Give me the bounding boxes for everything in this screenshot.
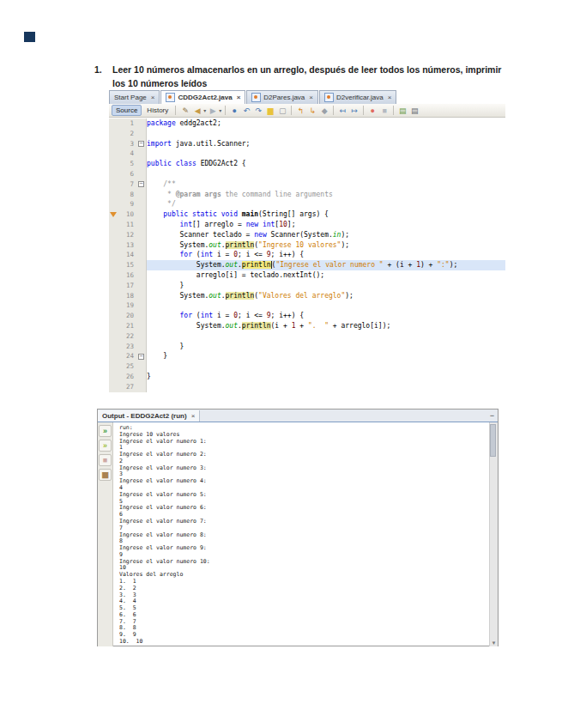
code-text: System.out.println("Valores del arreglo"… bbox=[147, 291, 505, 301]
code-line[interactable]: 13System.out.println("Ingrese 10 valores… bbox=[109, 240, 505, 251]
code-token: (i + bbox=[271, 322, 292, 330]
rectangular-selection-icon[interactable]: ▢ bbox=[277, 106, 287, 116]
java-file-icon bbox=[166, 93, 175, 102]
close-icon[interactable]: × bbox=[237, 94, 241, 101]
code-text: */ bbox=[147, 199, 505, 209]
toggle-highlight-icon[interactable]: ▆ bbox=[265, 106, 275, 116]
code-editor[interactable]: 1package eddg2act2;23−import java.util.S… bbox=[109, 118, 505, 392]
code-line[interactable]: 23} bbox=[109, 342, 505, 352]
minimize-window-icon[interactable]: − bbox=[490, 411, 494, 420]
tab-d2verificar-java[interactable]: D2verificar.java × bbox=[319, 90, 396, 104]
code-text bbox=[147, 382, 505, 392]
output-tab-label: Output - EDDG2Act2 (run) bbox=[102, 412, 187, 420]
shift-left-icon[interactable]: ↤ bbox=[337, 106, 347, 116]
code-fold-icon[interactable]: − bbox=[138, 141, 144, 147]
close-icon[interactable]: × bbox=[309, 94, 313, 101]
code-token: "Valores del arreglo" bbox=[258, 292, 345, 300]
code-line[interactable]: 17} bbox=[109, 281, 505, 291]
code-token: ; i <= bbox=[238, 312, 267, 319]
output-tab[interactable]: Output - EDDG2Act2 (run) × bbox=[98, 410, 200, 422]
close-icon[interactable]: × bbox=[191, 412, 196, 420]
code-fold-icon[interactable]: − bbox=[138, 181, 144, 187]
code-line[interactable]: 15System.out.println("Ingrese el valor n… bbox=[109, 260, 505, 270]
code-line[interactable]: 27 bbox=[109, 382, 505, 392]
code-token: in bbox=[333, 231, 341, 239]
glyph-margin bbox=[109, 342, 118, 352]
code-line[interactable]: 1package eddg2act2; bbox=[109, 118, 505, 129]
tab-d2pares-java[interactable]: D2Pares.java × bbox=[246, 90, 318, 104]
last-edit-icon[interactable]: ✎ bbox=[180, 106, 190, 116]
find-previous-occurrence-icon[interactable]: ↶ bbox=[241, 106, 251, 116]
code-line[interactable]: 2 bbox=[109, 129, 505, 139]
forward-icon-dropdown[interactable]: ▾ bbox=[219, 107, 221, 113]
output-line: Ingrese el valor numero 3: bbox=[119, 465, 487, 472]
line-number: 18 bbox=[118, 291, 136, 301]
code-line[interactable]: 22 bbox=[109, 331, 505, 342]
stop-run-icon[interactable]: ■ bbox=[99, 454, 112, 466]
code-line[interactable]: 8 * @param args the command line argumen… bbox=[109, 190, 505, 200]
code-token: println bbox=[226, 292, 255, 300]
toggle-bookmark-icon[interactable]: ◆ bbox=[319, 106, 329, 116]
scrollbar-thumb[interactable] bbox=[490, 424, 496, 457]
code-token: System. bbox=[196, 261, 226, 269]
code-line[interactable]: 18System.out.println("Valores del arregl… bbox=[109, 291, 505, 301]
code-text: /** bbox=[147, 179, 505, 190]
toolbar-separator bbox=[363, 106, 364, 115]
next-bookmark-icon[interactable]: ↳ bbox=[307, 106, 317, 116]
output-line: 8. 8 bbox=[119, 625, 487, 632]
code-line[interactable]: 20for (int i = 0; i <= 9; i++) { bbox=[109, 311, 505, 321]
previous-bookmark-icon[interactable]: ↰ bbox=[295, 106, 305, 116]
code-fold-icon[interactable]: − bbox=[138, 354, 144, 360]
code-line[interactable]: 26} bbox=[109, 372, 505, 382]
code-token: import bbox=[147, 140, 176, 148]
code-line[interactable]: 4 bbox=[109, 149, 505, 159]
fold-margin bbox=[136, 311, 147, 321]
forward-icon[interactable]: ▶ bbox=[208, 106, 218, 116]
scroll-down-icon[interactable]: ▼ bbox=[492, 640, 497, 646]
code-line[interactable]: 14for (int i = 0; i <= 9; i++) { bbox=[109, 250, 505, 260]
start-macro-recording-icon[interactable]: ● bbox=[367, 106, 378, 116]
back-icon[interactable]: ◀ bbox=[192, 106, 202, 116]
warning-triangle-icon bbox=[110, 212, 117, 217]
tab-cddg2act2-java[interactable]: CDDG2Act2.java × bbox=[160, 90, 245, 104]
code-line[interactable]: 21System.out.println(i + 1 + ". " + arre… bbox=[109, 321, 505, 331]
code-token: + (i + bbox=[384, 261, 417, 269]
code-text bbox=[147, 169, 505, 179]
corner-mark bbox=[24, 32, 35, 42]
comment-icon[interactable]: ▤ bbox=[397, 106, 408, 116]
code-line[interactable]: 10public static void main(String[] args)… bbox=[109, 209, 505, 220]
line-number: 5 bbox=[118, 159, 136, 169]
find-next-occurrence-icon[interactable]: ↷ bbox=[253, 106, 263, 116]
tab-start-page[interactable]: Start Page × bbox=[109, 90, 160, 104]
output-settings-icon[interactable]: ▦ bbox=[99, 469, 112, 481]
code-line[interactable]: 25 bbox=[109, 361, 505, 372]
rerun-icon[interactable]: » bbox=[99, 425, 112, 437]
stop-macro-recording-icon[interactable]: ■ bbox=[379, 106, 390, 116]
history-view-button[interactable]: History bbox=[144, 106, 171, 114]
line-number: 27 bbox=[118, 382, 136, 392]
back-icon-dropdown[interactable]: ▾ bbox=[203, 107, 206, 113]
code-line[interactable]: 9 */ bbox=[109, 199, 505, 209]
source-view-button[interactable]: Source bbox=[112, 105, 142, 116]
code-token: new int bbox=[246, 221, 275, 228]
code-line[interactable]: 5public class EDDG2Act2 { bbox=[109, 159, 505, 169]
output-console[interactable]: run:Ingrese 10 valoresIngrese el valor n… bbox=[113, 422, 489, 646]
line-number: 6 bbox=[118, 169, 136, 179]
uncomment-icon[interactable]: ▤ bbox=[409, 106, 420, 116]
find-selection-icon[interactable]: ● bbox=[229, 106, 239, 116]
close-icon[interactable]: × bbox=[151, 94, 155, 101]
code-line[interactable]: 19 bbox=[109, 300, 505, 311]
code-line[interactable]: 7−/** bbox=[109, 179, 505, 190]
shift-right-icon[interactable]: ↦ bbox=[349, 106, 360, 116]
code-line[interactable]: 12Scanner teclado = new Scanner(System.i… bbox=[109, 230, 505, 240]
output-line: Ingrese el valor numero 6: bbox=[119, 505, 487, 512]
rerun-debug-icon[interactable]: » bbox=[99, 440, 112, 452]
code-line[interactable]: 24−} bbox=[109, 351, 505, 361]
code-line[interactable]: 16arreglo[i] = teclado.nextInt(); bbox=[109, 270, 505, 281]
code-token: ]; bbox=[287, 221, 296, 228]
code-line[interactable]: 11int[] arreglo = new int[10]; bbox=[109, 220, 505, 230]
code-line[interactable]: 3−import java.util.Scanner; bbox=[109, 139, 505, 149]
fold-margin bbox=[136, 190, 147, 200]
code-line[interactable]: 6 bbox=[109, 169, 505, 179]
close-icon[interactable]: × bbox=[388, 94, 392, 101]
